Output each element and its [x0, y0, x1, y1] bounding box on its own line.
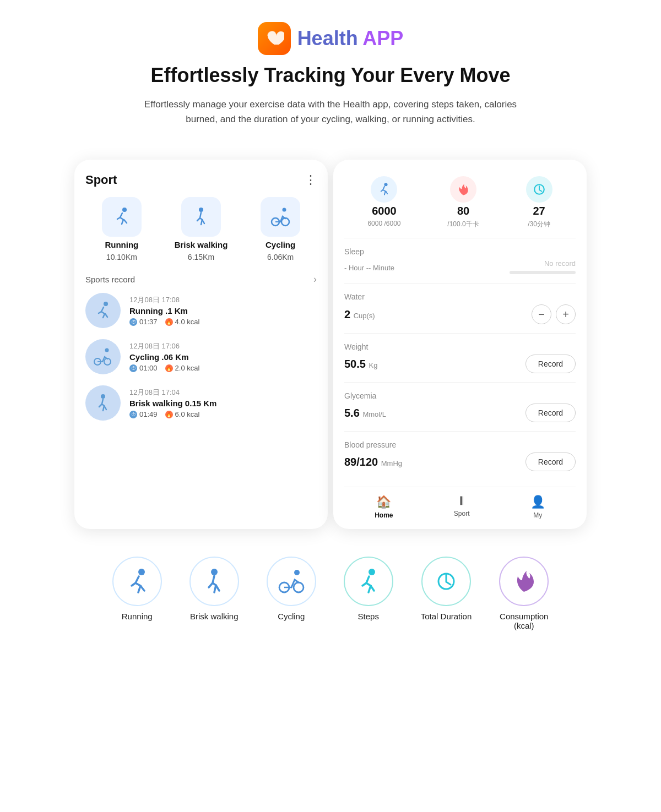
- steps-sub: 6000 /6000: [367, 220, 400, 227]
- steps-icon-wrap: [371, 176, 397, 203]
- nav-my-label: My: [533, 511, 542, 519]
- svg-point-1: [199, 208, 203, 212]
- bp-record-button[interactable]: Record: [525, 453, 576, 471]
- water-controls: − +: [532, 304, 576, 324]
- running-label: Running: [105, 240, 138, 249]
- duration-icon-wrap: [526, 176, 552, 203]
- svg-point-13: [211, 569, 218, 575]
- header-subtitle: Effortlessly Tracking Your Every Move: [11, 64, 650, 87]
- svg-point-5: [104, 302, 108, 306]
- steps-value: 6000: [372, 205, 397, 217]
- kcal-dot-2: 🔥: [165, 364, 173, 372]
- record-cycling-avatar: [85, 339, 121, 374]
- icon-item-briskwalk: Brisk walking: [189, 557, 239, 630]
- record-time-1: ⏱ 01:37: [129, 318, 158, 326]
- svg-point-14: [294, 570, 300, 575]
- weight-section: Weight 50.5 Kg Record: [344, 334, 576, 383]
- kcal-dot-1: 🔥: [165, 318, 173, 326]
- water-label: Water: [344, 292, 576, 301]
- nav-sport-label: Sport: [454, 510, 470, 517]
- logo-icon: [258, 22, 291, 55]
- water-decrease-button[interactable]: −: [532, 304, 551, 324]
- record-name-3: Brisk walking 0.15 Km: [129, 399, 317, 408]
- record-info-running: 12月08日 17:08 Running .1 Km ⏱ 01:37 🔥 4.0…: [129, 295, 317, 326]
- cycling-circle-icon: [267, 557, 316, 606]
- record-stats-1: ⏱ 01:37 🔥 4.0 kcal: [129, 318, 317, 326]
- my-icon: 👤: [530, 495, 545, 509]
- nav-sport[interactable]: 𝄃 Sport: [454, 495, 470, 519]
- record-name-1: Running .1 Km: [129, 306, 317, 315]
- stat-steps: 6000 6000 /6000: [367, 176, 400, 229]
- home-icon: 🏠: [376, 495, 391, 509]
- stat-calories: 80 /100.0千卡: [447, 176, 479, 229]
- icon-item-cycling: Cycling: [267, 557, 316, 630]
- icon-label-steps: Steps: [358, 612, 379, 621]
- stats-top: 6000 6000 /6000 80 /100.0千卡: [344, 171, 576, 238]
- water-section: Water 2 Cup(s) − +: [344, 284, 576, 334]
- running-value: 10.10Km: [106, 253, 137, 261]
- sports-record-chevron[interactable]: ›: [313, 274, 317, 285]
- sleep-no-record: No record: [544, 259, 576, 268]
- sleep-bar: [510, 271, 576, 274]
- weight-value: 50.5 Kg: [344, 358, 377, 370]
- bp-label: Blood pressure: [344, 440, 576, 449]
- weight-row: 50.5 Kg Record: [344, 355, 576, 373]
- stat-duration: 27 /30分钟: [526, 176, 552, 229]
- blood-pressure-section: Blood pressure 89/120 MmHg Record: [344, 432, 576, 480]
- record-kcal-2: 🔥 2.0 kcal: [165, 364, 200, 372]
- nav-my[interactable]: 👤 My: [530, 495, 545, 519]
- sports-record-title: Sports record: [85, 275, 135, 284]
- sleep-subtitle: - Hour -- Minute: [344, 264, 394, 272]
- water-increase-button[interactable]: +: [556, 304, 576, 324]
- running-icon-wrap: [102, 197, 142, 237]
- sleep-label: Sleep: [344, 247, 576, 256]
- walking-value: 6.15Km: [188, 253, 214, 261]
- walking-icon-wrap: [181, 197, 221, 237]
- header: Health APP Effortlessly Tracking Your Ev…: [0, 0, 661, 138]
- record-date-3: 12月08日 17:04: [129, 388, 317, 397]
- svg-point-2: [283, 208, 286, 212]
- svg-point-16: [294, 582, 304, 592]
- record-time-3: ⏱ 01:49: [129, 410, 158, 418]
- svg-point-12: [138, 569, 145, 575]
- glycemia-row: 5.6 Mmol/L Record: [344, 404, 576, 422]
- sport-title: Sport: [85, 173, 117, 187]
- consumption-circle-icon: [499, 557, 549, 606]
- activity-running[interactable]: Running 10.10Km: [102, 197, 142, 261]
- icon-item-duration: Total Duration: [421, 557, 472, 630]
- glycemia-record-button[interactable]: Record: [525, 404, 576, 422]
- phones-row: Sport ⋮ Running 10.10Km: [0, 160, 661, 529]
- nav-home[interactable]: 🏠 Home: [375, 495, 393, 519]
- glycemia-value: 5.6 Mmol/L: [344, 407, 386, 419]
- sports-record-bar: Sports record ›: [85, 274, 317, 285]
- svg-point-9: [101, 394, 105, 399]
- icon-label-running: Running: [122, 612, 153, 621]
- bottom-icons-row: Running Brisk walking Cycling: [0, 557, 661, 630]
- duration-value: 27: [533, 205, 545, 217]
- sleep-row: - Hour -- Minute No record: [344, 259, 576, 274]
- activity-cycling[interactable]: Cycling 6.06Km: [261, 197, 300, 261]
- sport-panel: Sport ⋮ Running 10.10Km: [74, 160, 328, 529]
- steps-circle-icon: [344, 557, 393, 606]
- time-dot-3: ⏱: [129, 411, 137, 418]
- svg-point-6: [105, 348, 109, 352]
- record-item-running: 12月08日 17:08 Running .1 Km ⏱ 01:37 🔥 4.0…: [85, 293, 317, 328]
- activity-row: Running 10.10Km Brisk walking 6.15Km: [85, 197, 317, 261]
- record-time-2: ⏱ 01:00: [129, 364, 158, 372]
- more-options-icon[interactable]: ⋮: [305, 173, 317, 187]
- icon-item-running: Running: [112, 557, 162, 630]
- water-row: 2 Cup(s) − +: [344, 304, 576, 324]
- calories-icon-wrap: [450, 176, 476, 203]
- sleep-section: Sleep - Hour -- Minute No record: [344, 238, 576, 284]
- activity-walking[interactable]: Brisk walking 6.15Km: [175, 197, 228, 261]
- walking-circle-icon: [189, 557, 239, 606]
- bp-value: 89/120 MmHg: [344, 456, 402, 468]
- svg-point-10: [384, 183, 388, 187]
- icon-label-consumption: Consumption (kcal): [500, 612, 548, 630]
- record-date-1: 12月08日 17:08: [129, 295, 317, 305]
- cycling-value: 6.06Km: [267, 253, 294, 261]
- sport-header: Sport ⋮: [85, 173, 317, 187]
- weight-record-button[interactable]: Record: [525, 355, 576, 373]
- record-item-cycling: 12月08日 17:06 Cycling .06 Km ⏱ 01:00 🔥 2.…: [85, 339, 317, 374]
- sport-nav-icon: 𝄃: [460, 495, 463, 508]
